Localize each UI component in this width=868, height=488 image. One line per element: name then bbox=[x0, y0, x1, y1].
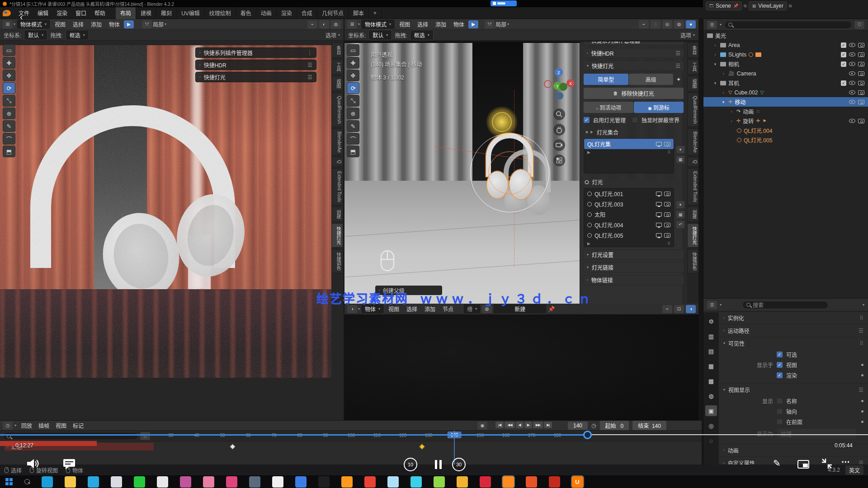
jump-end-button[interactable]: ▶| bbox=[544, 422, 552, 428]
render-disable-icon[interactable] bbox=[858, 90, 864, 95]
orientation-value[interactable]: 局部 bbox=[153, 20, 164, 28]
animate-dot[interactable] bbox=[861, 374, 863, 376]
panel-quick-hdr[interactable]: ›快捷HDR☰ bbox=[195, 60, 316, 70]
light-row[interactable]: QL灯光.001 bbox=[584, 188, 674, 199]
render-disable-icon[interactable] bbox=[858, 52, 864, 57]
camera-view-icon[interactable] bbox=[553, 139, 565, 151]
workspace-tab[interactable]: 建模 bbox=[136, 7, 156, 19]
menu-add[interactable]: 添加 bbox=[88, 19, 105, 29]
show-viewport-checkbox[interactable]: ✓ bbox=[777, 362, 783, 368]
tool-button[interactable]: ⊕ bbox=[347, 108, 359, 119]
tab-advanced[interactable]: 高级 bbox=[629, 74, 674, 85]
proportional-edit-icon[interactable]: ◐ bbox=[319, 20, 329, 28]
ime-indicator[interactable]: 英文 bbox=[845, 465, 863, 475]
menu-view[interactable]: 视图 bbox=[52, 19, 69, 29]
timeline-menu-item[interactable]: 标记 bbox=[70, 420, 87, 431]
solo-hide-world-checkbox[interactable] bbox=[632, 117, 638, 123]
sidebar-tab[interactable]: 工具 bbox=[687, 59, 698, 75]
taskbar-app-icon[interactable]: U bbox=[572, 476, 583, 488]
hide-icon[interactable] bbox=[849, 71, 855, 75]
taskbar-app-icon[interactable] bbox=[434, 476, 445, 488]
workspace-tab[interactable]: 布局 bbox=[116, 7, 136, 19]
workspace-tab[interactable]: 雕刻 bbox=[156, 7, 177, 19]
play-reverse-button[interactable]: ◀ bbox=[516, 422, 524, 428]
tool-button[interactable]: ✥ bbox=[3, 70, 15, 81]
taskbar-app-icon[interactable] bbox=[295, 476, 307, 488]
taskbar-app-icon[interactable] bbox=[226, 476, 237, 488]
tool-button[interactable]: ✚ bbox=[3, 57, 15, 69]
rewind-10-button[interactable]: 10 bbox=[404, 458, 417, 471]
sidebar-tab[interactable]: 条目 bbox=[687, 42, 698, 58]
outliner-row-camera[interactable]: › 🎥 Camera bbox=[703, 69, 868, 78]
timeline-search-input[interactable] bbox=[3, 432, 138, 440]
workspace-tab[interactable]: 脚本 bbox=[349, 7, 369, 19]
sidebar-tab[interactable]: Q bbox=[687, 157, 698, 167]
exclude-checkbox[interactable]: ✓ bbox=[841, 61, 846, 67]
list-dropdown-icon[interactable]: ▾ bbox=[676, 145, 685, 154]
tool-button[interactable]: ✎ bbox=[3, 120, 15, 132]
properties-tab[interactable]: ◌ bbox=[705, 435, 717, 446]
tool-button[interactable]: ✎ bbox=[347, 120, 359, 132]
annotate-pencil-icon[interactable]: ✎ bbox=[773, 458, 781, 469]
blender-menu-icon[interactable] bbox=[3, 10, 11, 16]
editor-type-icon[interactable]: ⊞ bbox=[3, 20, 13, 28]
list-filter-icon[interactable]: ▦ bbox=[676, 155, 685, 164]
keyframe-diamond-selected[interactable] bbox=[419, 444, 425, 450]
volume-icon[interactable] bbox=[25, 457, 39, 470]
tool-button[interactable]: ⤡ bbox=[3, 95, 15, 107]
tool-button[interactable]: ⌒ bbox=[347, 133, 359, 145]
taskbar-app-icon[interactable] bbox=[157, 476, 168, 488]
tool-button[interactable]: ✥ bbox=[347, 70, 359, 81]
options-label[interactable]: 选项 bbox=[680, 31, 691, 39]
taskbar-app-icon[interactable] bbox=[318, 476, 330, 488]
viewport-toggle-icon[interactable] bbox=[656, 192, 662, 196]
viewport-toggle-icon[interactable] bbox=[656, 142, 662, 146]
exclude-checkbox[interactable]: ✓ bbox=[841, 80, 846, 86]
expand-icon[interactable]: › bbox=[729, 109, 734, 114]
menu-select[interactable]: 选择 bbox=[414, 19, 431, 29]
rendered-view[interactable] bbox=[0, 45, 331, 378]
taskbar-app-icon[interactable] bbox=[549, 476, 560, 488]
rendered-shading-icon[interactable]: ● bbox=[686, 20, 696, 28]
tool-button[interactable]: ▭ bbox=[347, 44, 359, 56]
properties-icon[interactable]: ☰ bbox=[707, 301, 717, 309]
drag-selector[interactable]: 框选▾ bbox=[410, 30, 434, 40]
tool-button[interactable]: ⊕ bbox=[3, 108, 15, 119]
player-back-arrow-icon[interactable]: ‹ bbox=[20, 12, 23, 22]
render-toggle-icon[interactable] bbox=[664, 212, 670, 217]
collapse-icon[interactable]: ▾ bbox=[721, 100, 726, 104]
editor-type-icon[interactable]: ◷ bbox=[3, 422, 13, 430]
menu-object[interactable]: 物体 bbox=[450, 19, 467, 29]
taskbar-app-icon[interactable] bbox=[410, 476, 422, 488]
start-button[interactable] bbox=[5, 478, 13, 485]
outliner-row-move-selected[interactable]: ▾ ✛ 移动 bbox=[703, 97, 868, 107]
expand-icon[interactable]: › bbox=[729, 119, 734, 123]
record-icon[interactable]: ◉ bbox=[477, 422, 487, 430]
workspace-tab[interactable]: 着色 bbox=[236, 7, 256, 19]
sidebar-tab[interactable]: 视图 bbox=[687, 76, 698, 91]
header-dropdown-icon[interactable]: ▾ bbox=[863, 303, 864, 307]
panel-light-settings[interactable]: ▾灯光设置 bbox=[583, 249, 684, 260]
sidebar-tab[interactable]: 快捷调色 bbox=[687, 249, 698, 273]
light-row[interactable]: 太阳 bbox=[584, 209, 674, 220]
light-row[interactable]: QL灯光.003 bbox=[584, 199, 674, 209]
filter-icon[interactable]: ↔ bbox=[140, 432, 150, 440]
panel-menu-icon[interactable]: ☰ bbox=[307, 62, 312, 68]
menu-item[interactable]: 文件 bbox=[14, 7, 33, 19]
properties-tab[interactable]: ▤ bbox=[705, 346, 717, 357]
prev-keyframe-button[interactable]: ◀◀ bbox=[505, 422, 514, 428]
outliner-row-scene-collection[interactable]: 美光 bbox=[703, 31, 868, 40]
frame-start-field[interactable]: 起始 0 bbox=[600, 421, 629, 430]
light-preset-icon[interactable]: ✦ bbox=[674, 76, 684, 83]
solid-shading-icon[interactable]: ◎ bbox=[662, 20, 672, 28]
sidebar-tab[interactable]: 视图 bbox=[331, 76, 343, 91]
taskbar-app-icon[interactable] bbox=[111, 476, 122, 488]
properties-tab[interactable]: ▩ bbox=[705, 375, 717, 386]
viewlayer-selector[interactable]: ▦ ViewLayer bbox=[749, 1, 787, 10]
taskbar-app-icon[interactable] bbox=[134, 476, 145, 488]
mode-selector[interactable]: 物体模式▾ bbox=[361, 19, 395, 29]
outliner-row-headphone-collection[interactable]: ▾ 耳机 ✓ bbox=[703, 78, 868, 88]
panel-motion-paths[interactable]: ›运动路径☰ bbox=[719, 324, 868, 337]
workspace-tab[interactable]: 几何节点 bbox=[317, 7, 349, 19]
next-keyframe-button[interactable]: ▶▶ bbox=[533, 422, 543, 428]
